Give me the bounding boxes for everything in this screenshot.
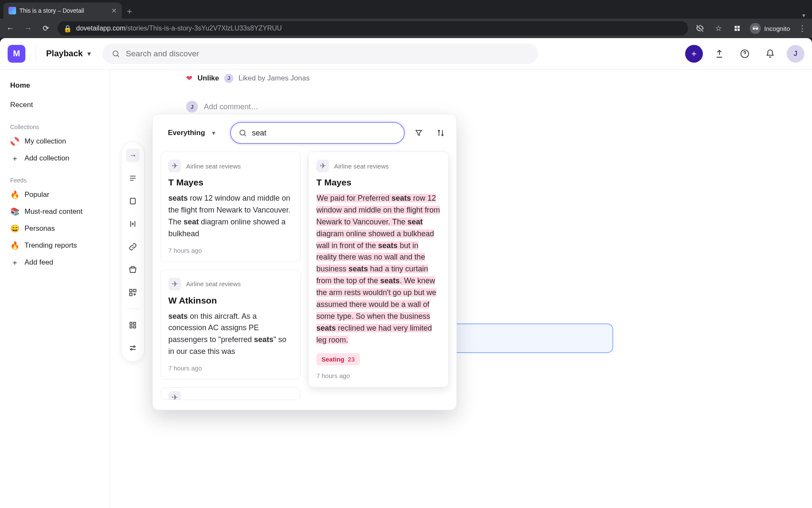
result-source: Airline seat reviews: [334, 163, 389, 170]
browser-tab[interactable]: This is a story – Dovetail ✕: [3, 3, 122, 19]
eye-off-icon[interactable]: [694, 22, 706, 34]
help-button[interactable]: [736, 45, 754, 63]
result-tag[interactable]: Seating 23: [316, 353, 360, 365]
recent-label: Recent: [10, 101, 33, 109]
archive-tool[interactable]: [126, 263, 140, 276]
sidebar-feed-must-read[interactable]: 📚 Must-read content: [6, 203, 104, 220]
close-tab-icon[interactable]: ✕: [111, 7, 117, 15]
result-title: W Atkinson: [168, 295, 293, 306]
sidebar-my-collection[interactable]: My collection: [6, 133, 104, 150]
feed-label: Popular: [25, 190, 49, 199]
svg-point-12: [240, 130, 245, 135]
notifications-button[interactable]: [761, 45, 779, 63]
widgets-tool[interactable]: [126, 286, 140, 299]
liker-avatar: J: [224, 74, 233, 83]
share-button[interactable]: [710, 45, 728, 63]
search-popup: Everything ▼: [152, 114, 457, 410]
popup-search-field[interactable]: [230, 122, 405, 144]
add-feed-label: Add feed: [25, 258, 53, 267]
result-body: seats on this aircraft. As a concession …: [168, 311, 293, 358]
filter-button[interactable]: [411, 125, 427, 141]
add-collection-label: Add collection: [25, 154, 69, 163]
tab-title: This is a story – Dovetail: [19, 7, 108, 14]
profile-avatar[interactable]: J: [787, 45, 804, 63]
note-tool[interactable]: [126, 194, 140, 208]
airplane-icon: ✈: [316, 160, 329, 172]
unlike-button[interactable]: Unlike: [198, 74, 219, 83]
avatar-initial: J: [794, 50, 798, 58]
results-column-right: ✈ Airline seat reviews T Mayes We paid f…: [308, 152, 449, 410]
settings-tool[interactable]: [126, 341, 140, 355]
result-card-partial[interactable]: ✈: [160, 387, 301, 400]
incognito-label: Incognito: [764, 25, 790, 32]
grid-tool[interactable]: [126, 318, 140, 332]
comment-row[interactable]: J Add comment…: [186, 101, 795, 113]
workspace-initial: M: [13, 49, 20, 58]
result-card[interactable]: ✈ Airline seat reviews T Mayes seats row…: [160, 152, 301, 262]
global-search[interactable]: Search and discover: [102, 44, 538, 64]
content-area: ❤ Unlike J Liked by James Jonas J Add co…: [110, 69, 812, 508]
result-time: 7 hours ago: [168, 247, 293, 254]
life-ring-icon: [10, 137, 19, 146]
liked-by-text: Liked by James Jonas: [239, 74, 310, 83]
search-scope-dropdown[interactable]: Everything ▼: [160, 122, 224, 144]
result-body: We paid for Preferred seats row 12 windo…: [316, 193, 441, 346]
result-title: T Mayes: [316, 177, 441, 188]
my-collection-label: My collection: [25, 137, 66, 146]
reload-button[interactable]: ⟳: [40, 22, 52, 34]
svg-rect-5: [130, 293, 132, 296]
result-source: Airline seat reviews: [186, 280, 241, 287]
sidebar-add-feed[interactable]: ＋ Add feed: [6, 254, 104, 271]
svg-rect-3: [130, 290, 132, 292]
playback-dropdown[interactable]: Playback ▼: [46, 49, 92, 58]
svg-rect-8: [130, 326, 132, 328]
sidebar-home[interactable]: Home: [6, 77, 104, 94]
svg-point-10: [134, 346, 135, 347]
forward-button[interactable]: →: [22, 22, 34, 34]
result-time: 7 hours ago: [316, 372, 441, 379]
browser-tabbar: This is a story – Dovetail ✕ ＋ ▾: [0, 0, 812, 19]
commenter-avatar: J: [186, 101, 198, 113]
feeds-heading: Feeds: [6, 177, 104, 186]
svg-rect-2: [130, 198, 135, 204]
sidebar-feed-personas[interactable]: 😄 Personas: [6, 220, 104, 237]
url-host: dovetailapp.com: [76, 25, 126, 32]
text-tool[interactable]: [126, 171, 140, 185]
feed-label: Must-read content: [25, 207, 82, 216]
column-tool[interactable]: [126, 217, 140, 231]
heart-icon[interactable]: ❤: [186, 74, 192, 83]
books-icon: 📚: [10, 207, 19, 216]
sidebar-feed-trending[interactable]: 🔥 Trending reports: [6, 237, 104, 254]
omnibox[interactable]: 🔒 dovetailapp.com/stories/This-is-a-stor…: [58, 21, 688, 36]
link-tool[interactable]: [126, 240, 140, 254]
browser-address-bar: ← → ⟳ 🔒 dovetailapp.com/stories/This-is-…: [0, 19, 812, 38]
fire-icon: 🔥: [10, 190, 19, 199]
search-icon: [112, 50, 120, 58]
feed-label: Trending reports: [25, 241, 77, 250]
plus-icon: ＋: [10, 257, 19, 268]
tabs-dropdown-icon[interactable]: ▾: [795, 12, 812, 19]
results-column-left: ✈ Airline seat reviews T Mayes seats row…: [160, 152, 301, 410]
result-card-highlighted[interactable]: ✈ Airline seat reviews T Mayes We paid f…: [308, 152, 449, 387]
result-card[interactable]: ✈ Airline seat reviews W Atkinson seats …: [160, 270, 301, 380]
create-button[interactable]: ＋: [685, 45, 703, 63]
scope-label: Everything: [168, 129, 205, 137]
popup-search-input[interactable]: [252, 129, 396, 138]
browser-menu-icon[interactable]: ⋮: [797, 24, 808, 33]
search-icon: [239, 129, 247, 137]
sort-button[interactable]: [433, 125, 449, 141]
sidebar-add-collection[interactable]: ＋ Add collection: [6, 150, 104, 167]
workspace-badge[interactable]: M: [8, 45, 25, 63]
comment-placeholder: Add comment…: [204, 102, 258, 111]
sidebar-recent[interactable]: Recent: [6, 97, 104, 113]
extensions-icon[interactable]: [731, 22, 743, 34]
star-icon[interactable]: ☆: [713, 22, 724, 34]
collections-heading: Collections: [6, 124, 104, 133]
incognito-indicator[interactable]: 🕶 Incognito: [750, 23, 790, 34]
back-button[interactable]: ←: [4, 22, 16, 34]
reply-input-outline[interactable]: [436, 323, 613, 353]
airplane-icon: ✈: [168, 391, 181, 400]
expand-tool[interactable]: →: [126, 149, 140, 162]
new-tab-button[interactable]: ＋: [122, 3, 137, 19]
sidebar-feed-popular[interactable]: 🔥 Popular: [6, 186, 104, 203]
